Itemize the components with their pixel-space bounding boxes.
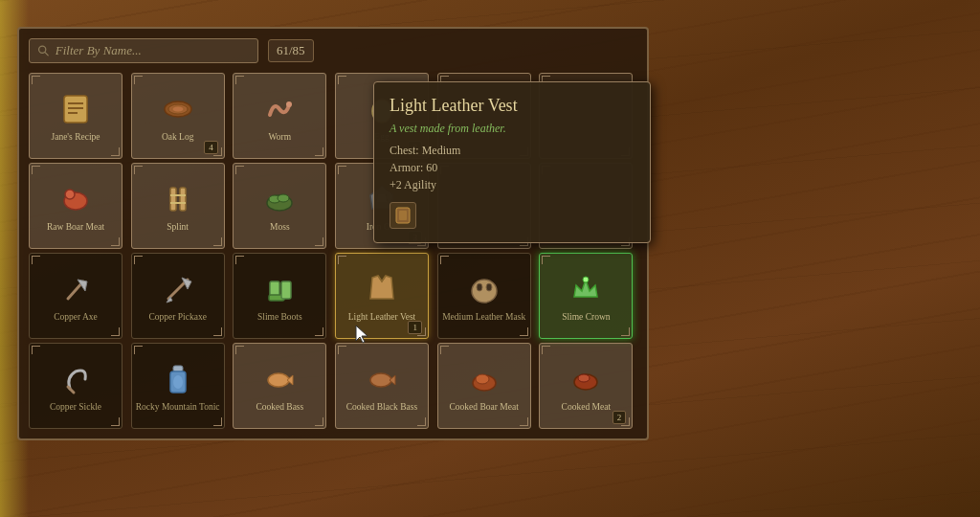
svg-rect-13	[170, 188, 176, 211]
item-slot[interactable]: Worm	[233, 73, 326, 159]
svg-line-31	[68, 387, 74, 393]
item-name-label: Cooked Boar Meat	[450, 402, 519, 413]
item-name-label: Rocky Mountain Tonic	[136, 402, 220, 413]
item-count: 61/85	[268, 39, 314, 62]
item-name-label: Slime Crown	[562, 312, 610, 323]
svg-point-38	[476, 374, 489, 384]
svg-point-30	[583, 277, 589, 282]
tooltip-title: Light Leather Vest	[390, 96, 635, 116]
item-slot[interactable]: Cooked Bass	[233, 343, 326, 429]
item-icon	[463, 268, 505, 310]
item-slot[interactable]: Slime Boots	[233, 253, 326, 339]
tooltip-stat-0: Chest: Medium	[390, 144, 635, 158]
item-slot[interactable]: Cooked Boar Meat	[437, 343, 531, 429]
svg-point-27	[472, 280, 497, 303]
svg-point-19	[278, 194, 289, 202]
item-icon	[157, 178, 199, 220]
item-slot[interactable]: Medium Leather Mask	[437, 253, 531, 339]
tooltip-bonus: +2 Agility	[390, 178, 635, 192]
item-slot[interactable]: Splint	[131, 163, 225, 249]
filter-input-wrapper[interactable]	[29, 38, 258, 63]
item-name-label: Moss	[270, 222, 290, 233]
item-name-label: Cooked Meat	[562, 402, 611, 413]
search-icon	[37, 44, 50, 57]
filter-input[interactable]	[56, 43, 250, 58]
item-name-label: Oak Log	[162, 132, 194, 143]
item-name-label: Cooked Black Bass	[346, 402, 417, 413]
item-slot[interactable]: Moss	[233, 163, 326, 249]
item-slot[interactable]: Cooked Meat2	[539, 343, 633, 429]
item-icon	[258, 358, 301, 400]
item-name-label: Jane's Recipe	[51, 132, 100, 143]
item-icon	[258, 178, 301, 220]
tooltip-item-icon	[390, 202, 416, 229]
item-badge: 4	[204, 141, 218, 154]
item-name-label: Light Leather Vest	[348, 312, 416, 323]
svg-line-1	[45, 53, 48, 56]
item-slot[interactable]: Copper Pickaxe	[131, 253, 225, 339]
item-name-label: Copper Axe	[54, 312, 98, 323]
item-slot[interactable]: Cooked Black Bass	[335, 343, 429, 429]
item-icon	[55, 268, 97, 310]
item-icon	[361, 268, 403, 310]
item-icon	[55, 358, 97, 400]
item-slot[interactable]: Light Leather Vest1	[335, 253, 429, 339]
svg-point-9	[286, 101, 292, 107]
item-icon	[157, 88, 199, 130]
item-name-label: Raw Boar Meat	[47, 222, 104, 233]
item-slot[interactable]: Oak Log4	[131, 73, 225, 159]
item-name-label: Copper Sickle	[50, 402, 101, 413]
item-icon	[463, 358, 505, 400]
svg-point-35	[268, 373, 289, 387]
tooltip-description: A vest made from leather.	[390, 122, 635, 136]
item-slot[interactable]: Jane's Recipe	[29, 73, 122, 159]
tooltip-stat-1: Armor: 60	[390, 161, 635, 175]
item-name-label: Cooked Bass	[256, 402, 303, 413]
item-icon	[157, 358, 199, 400]
item-badge: 2	[612, 411, 627, 424]
item-slot[interactable]: Raw Boar Meat	[29, 163, 122, 249]
svg-point-12	[65, 190, 75, 199]
item-slot[interactable]: Copper Sickle	[29, 343, 122, 429]
svg-point-34	[173, 375, 183, 389]
item-icon	[258, 268, 301, 310]
filter-bar: 61/85	[29, 38, 637, 63]
item-slot[interactable]: Slime Crown	[539, 253, 633, 339]
svg-point-29	[486, 283, 492, 291]
item-badge: 1	[408, 321, 422, 334]
item-slot[interactable]: Copper Axe	[29, 253, 122, 339]
svg-point-36	[370, 373, 391, 387]
item-icon	[565, 268, 607, 310]
tooltip-icon-row	[390, 202, 635, 229]
item-name-label: Slime Boots	[257, 312, 302, 323]
svg-rect-26	[281, 281, 291, 299]
item-name-label: Worm	[269, 132, 292, 143]
item-name-label: Splint	[167, 222, 189, 233]
svg-rect-2	[64, 96, 87, 123]
item-icon	[361, 358, 403, 400]
svg-point-8	[172, 106, 184, 112]
item-icon	[55, 178, 97, 220]
svg-point-40	[578, 374, 590, 382]
item-tooltip: Light Leather Vest A vest made from leat…	[373, 81, 651, 243]
svg-point-28	[477, 283, 482, 291]
item-icon	[565, 358, 607, 400]
svg-rect-42	[399, 211, 407, 220]
item-icon	[55, 88, 97, 130]
svg-rect-32	[173, 366, 183, 371]
item-name-label: Copper Pickaxe	[148, 312, 206, 323]
svg-rect-14	[180, 188, 186, 211]
item-slot[interactable]: Rocky Mountain Tonic	[131, 343, 225, 429]
item-icon	[157, 268, 199, 310]
item-icon	[258, 88, 301, 130]
item-name-label: Medium Leather Mask	[442, 312, 525, 323]
